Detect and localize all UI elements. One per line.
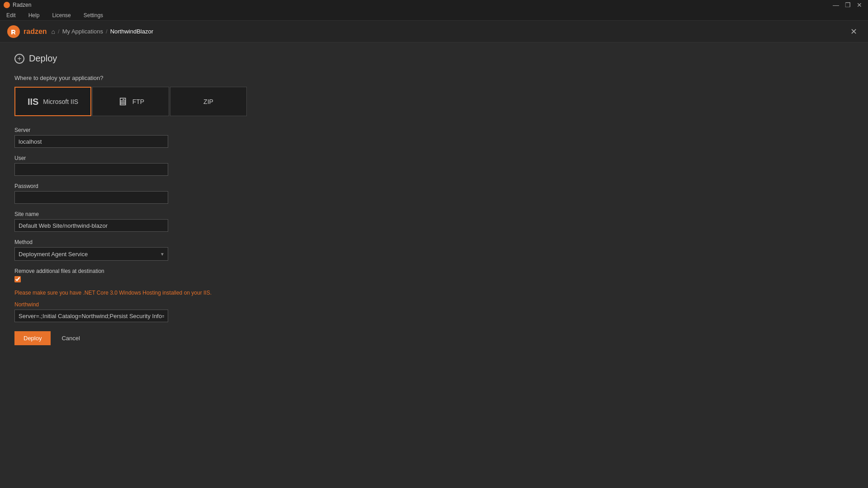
connection-string-input[interactable] — [14, 310, 168, 322]
method-label: Method — [14, 239, 854, 245]
info-text: Please make sure you have .NET Core 3.0 … — [14, 290, 854, 296]
close-window-button[interactable]: ✕ — [854, 0, 864, 10]
server-input[interactable] — [14, 135, 168, 148]
user-input[interactable] — [14, 163, 168, 176]
ftp-monitor-icon: 🖥 — [117, 95, 128, 108]
password-input[interactable] — [14, 191, 168, 204]
connection-label: Northwind — [14, 301, 854, 308]
title-bar-controls: — ❐ ✕ — [831, 0, 864, 10]
deploy-option-zip[interactable]: ZIP — [170, 87, 247, 116]
deploy-option-iis[interactable]: IIS Microsoft IIS — [14, 87, 91, 116]
cancel-button[interactable]: Cancel — [56, 331, 85, 345]
remove-files-checkbox-group — [14, 276, 854, 282]
deploy-options: IIS Microsoft IIS 🖥 FTP ZIP — [14, 87, 854, 116]
main-content: + Deploy Where to deploy your applicatio… — [0, 42, 868, 356]
menu-item-license[interactable]: License — [49, 11, 73, 19]
restore-button[interactable]: ❐ — [843, 0, 853, 10]
site-name-input[interactable] — [14, 219, 168, 232]
remove-files-checkbox[interactable] — [14, 276, 21, 282]
logo-circle — [7, 25, 20, 38]
radzen-logo[interactable]: radzen — [7, 25, 47, 38]
where-to-deploy-label: Where to deploy your application? — [14, 75, 854, 81]
deploy-header: + Deploy — [14, 53, 854, 64]
deploy-plus-icon: + — [14, 54, 24, 64]
ftp-label: FTP — [132, 98, 144, 105]
user-label: User — [14, 155, 854, 161]
title-bar-title: Radzen — [13, 2, 31, 8]
breadcrumb-current: NorthwindBlazor — [110, 28, 153, 35]
tab-close-button[interactable]: ✕ — [847, 25, 861, 38]
menu-item-settings[interactable]: Settings — [81, 11, 106, 19]
method-field-group: Method Deployment Agent Service Web Depl… — [14, 239, 854, 261]
app-icon — [4, 2, 10, 8]
connection-string-group — [14, 310, 854, 322]
server-field-group: Server — [14, 127, 854, 148]
breadcrumb-my-applications[interactable]: My Applications — [62, 28, 103, 35]
server-label: Server — [14, 127, 854, 133]
iis-label: Microsoft IIS — [43, 98, 78, 105]
site-name-field-group: Site name — [14, 211, 854, 232]
title-bar-left: Radzen — [4, 2, 31, 8]
menu-item-edit[interactable]: Edit — [4, 11, 19, 19]
app-header: radzen ⌂ / My Applications / NorthwindBl… — [0, 21, 868, 42]
logo-icon — [10, 28, 17, 35]
deploy-option-ftp[interactable]: 🖥 FTP — [92, 87, 169, 116]
title-bar: Radzen — ❐ ✕ — [0, 0, 868, 10]
menu-bar: Edit Help License Settings — [0, 10, 868, 21]
deploy-button[interactable]: Deploy — [14, 331, 51, 345]
breadcrumb-sep-2: / — [106, 28, 108, 35]
method-select-wrapper: Deployment Agent Service Web Deploy FTP … — [14, 247, 168, 261]
minimize-button[interactable]: — — [831, 0, 841, 10]
breadcrumb: ⌂ / My Applications / NorthwindBlazor — [52, 28, 153, 35]
password-field-group: Password — [14, 183, 854, 204]
home-icon[interactable]: ⌂ — [52, 28, 55, 35]
breadcrumb-sep-1: / — [58, 28, 60, 35]
remove-files-group: Remove additional files at destination — [14, 268, 854, 282]
deploy-title: Deploy — [29, 53, 57, 64]
logo-text: radzen — [24, 28, 47, 36]
user-field-group: User — [14, 155, 854, 176]
menu-item-help[interactable]: Help — [26, 11, 42, 19]
zip-label: ZIP — [203, 98, 213, 105]
svg-point-0 — [4, 2, 10, 8]
button-row: Deploy Cancel — [14, 331, 854, 345]
password-label: Password — [14, 183, 854, 189]
site-name-label: Site name — [14, 211, 854, 217]
remove-files-label: Remove additional files at destination — [14, 268, 854, 274]
iis-icon-text: IIS — [28, 97, 38, 106]
app-header-left: radzen ⌂ / My Applications / NorthwindBl… — [7, 25, 153, 38]
method-select[interactable]: Deployment Agent Service Web Deploy FTP — [14, 247, 168, 261]
